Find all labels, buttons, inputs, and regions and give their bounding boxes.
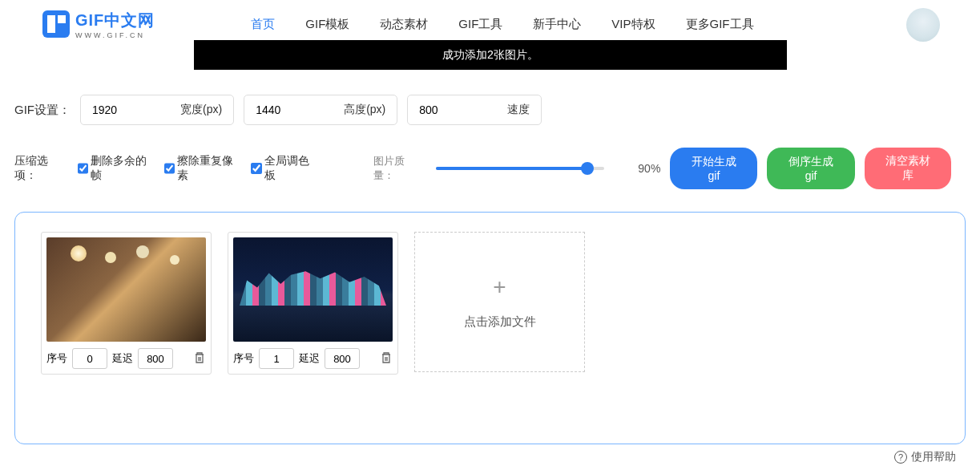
reverse-button[interactable]: 倒序生成gif (767, 148, 854, 189)
help-link[interactable]: ? 使用帮助 (894, 450, 956, 464)
add-file-card[interactable]: + 点击添加文件 (414, 232, 585, 372)
speed-input[interactable] (419, 103, 467, 116)
dropzone: 序号 延迟 序号 延迟 + 点击添加文件 (14, 212, 966, 444)
toast-notification: 成功添加2张图片。 (194, 40, 787, 70)
clear-button[interactable]: 清空素材库 (865, 148, 951, 189)
checkbox-delete-frames[interactable] (78, 163, 88, 174)
width-input-group: 宽度(px) (80, 95, 234, 125)
quality-slider[interactable] (436, 167, 604, 170)
opt-label-0: 删除多余的帧 (91, 154, 155, 183)
nav-beginner[interactable]: 新手中心 (533, 17, 581, 32)
delay-input[interactable] (325, 348, 360, 369)
image-card[interactable]: 序号 延迟 (41, 232, 212, 375)
logo-subtitle: WWW.GIF.CN (75, 31, 155, 39)
slider-fill (436, 167, 587, 170)
seq-input[interactable] (72, 348, 107, 369)
compress-label: 压缩选项： (14, 154, 68, 183)
width-input[interactable] (92, 103, 140, 116)
opt-delete-frames[interactable]: 删除多余的帧 (78, 154, 155, 183)
height-input[interactable] (256, 103, 304, 116)
avatar[interactable] (906, 8, 940, 42)
svg-rect-0 (42, 10, 70, 38)
opt-global-palette[interactable]: 全局调色板 (251, 154, 317, 183)
opt-label-1: 擦除重复像素 (177, 154, 241, 183)
nav-home[interactable]: 首页 (251, 17, 275, 32)
logo-title: GIF中文网 (75, 10, 155, 31)
seq-input[interactable] (259, 348, 294, 369)
card-controls: 序号 延迟 (233, 348, 393, 369)
help-icon: ? (894, 451, 907, 464)
card-controls: 序号 延迟 (46, 348, 206, 369)
logo-icon (40, 8, 72, 40)
checkbox-global-palette[interactable] (251, 163, 261, 174)
slider-thumb[interactable] (581, 162, 594, 175)
checkbox-erase-dup[interactable] (164, 163, 175, 174)
delay-label: 延迟 (112, 351, 133, 366)
trash-icon[interactable] (193, 351, 206, 367)
delay-label: 延迟 (299, 351, 320, 366)
add-file-label: 点击添加文件 (464, 314, 536, 330)
trash-icon[interactable] (380, 351, 393, 367)
svg-rect-2 (58, 15, 66, 23)
speed-suffix: 速度 (507, 103, 530, 117)
opt-erase-dup[interactable]: 擦除重复像素 (164, 154, 241, 183)
quality-label: 图片质量： (373, 154, 423, 183)
generate-button[interactable]: 开始生成gif (670, 148, 757, 189)
logo[interactable]: GIF中文网 WWW.GIF.CN (40, 8, 155, 40)
opt-label-2: 全局调色板 (264, 154, 318, 183)
quality-value: 90% (638, 162, 660, 175)
width-suffix: 宽度(px) (180, 103, 222, 117)
image-card[interactable]: 序号 延迟 (228, 232, 398, 375)
action-buttons: 开始生成gif 倒序生成gif 清空素材库 (670, 148, 951, 189)
nav-tools[interactable]: GIF工具 (458, 17, 502, 32)
nav-assets[interactable]: 动态素材 (380, 17, 428, 32)
delay-input[interactable] (138, 348, 173, 369)
gif-settings-row: GIF设置： 宽度(px) 高度(px) 速度 (0, 87, 980, 133)
thumbnail (233, 237, 393, 342)
height-suffix: 高度(px) (344, 103, 385, 117)
seq-label: 序号 (233, 351, 254, 366)
nav-vip[interactable]: VIP特权 (611, 17, 655, 32)
nav-more[interactable]: 更多GIF工具 (686, 17, 754, 32)
thumbnail (46, 237, 206, 342)
seq-label: 序号 (46, 351, 67, 366)
svg-rect-1 (47, 15, 55, 33)
compress-options-row: 压缩选项： 删除多余的帧 擦除重复像素 全局调色板 图片质量： 90% 开始生成… (0, 133, 980, 197)
settings-label: GIF设置： (14, 103, 71, 118)
nav-templates[interactable]: GIF模板 (305, 17, 349, 32)
plus-icon: + (493, 274, 506, 300)
speed-input-group: 速度 (407, 95, 542, 125)
help-label: 使用帮助 (911, 450, 956, 464)
height-input-group: 高度(px) (244, 95, 397, 125)
main-nav: 首页 GIF模板 动态素材 GIF工具 新手中心 VIP特权 更多GIF工具 (251, 17, 753, 32)
